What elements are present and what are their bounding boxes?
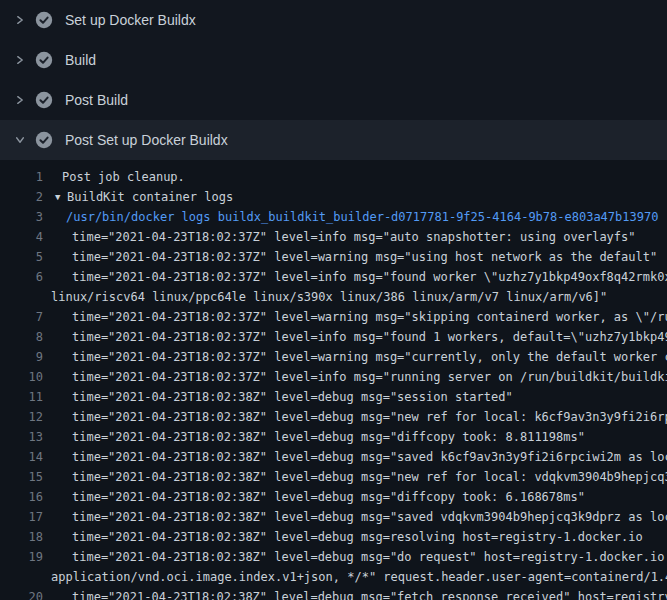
chevron-icon — [12, 52, 28, 68]
step-list: Set up Docker Buildx Build Post Buil — [0, 0, 667, 160]
line-content: time="2021-04-23T18:02:38Z" level=debug … — [43, 467, 667, 487]
line-content: time="2021-04-23T18:02:37Z" level=info m… — [43, 327, 667, 347]
chevron-icon — [12, 92, 28, 108]
log-line: 8 time="2021-04-23T18:02:37Z" level=info… — [0, 327, 667, 347]
log-text: time="2021-04-23T18:02:37Z" level=info m… — [72, 367, 667, 387]
step-row-set-up-docker-buildx[interactable]: Set up Docker Buildx — [0, 0, 667, 40]
line-number[interactable]: 9 — [0, 347, 43, 367]
line-number[interactable]: 6 — [0, 267, 43, 287]
log-text: time="2021-04-23T18:02:37Z" level=warnin… — [72, 347, 667, 367]
log-line: 1 Post job cleanup. — [0, 167, 667, 187]
line-content: time="2021-04-23T18:02:37Z" level=warnin… — [43, 307, 667, 327]
line-content: time="2021-04-23T18:02:38Z" level=debug … — [43, 587, 667, 600]
step-label: Set up Docker Buildx — [65, 12, 196, 28]
step-row-post-build[interactable]: Post Build — [0, 80, 667, 120]
line-content: application/vnd.oci.image.index.v1+json,… — [43, 567, 667, 587]
line-content: time="2021-04-23T18:02:38Z" level=debug … — [43, 487, 667, 507]
log-text: time="2021-04-23T18:02:38Z" level=debug … — [72, 587, 667, 600]
line-content: time="2021-04-23T18:02:37Z" level=warnin… — [43, 347, 667, 367]
line-number[interactable] — [0, 287, 43, 307]
log-line: 19 time="2021-04-23T18:02:38Z" level=deb… — [0, 547, 667, 567]
line-content: time="2021-04-23T18:02:38Z" level=debug … — [43, 387, 667, 407]
line-content: time="2021-04-23T18:02:38Z" level=debug … — [43, 527, 667, 547]
check-circle-icon — [35, 131, 53, 149]
line-number[interactable]: 11 — [0, 387, 43, 407]
log-line: 4 time="2021-04-23T18:02:37Z" level=info… — [0, 227, 667, 247]
log-line: 5 time="2021-04-23T18:02:37Z" level=warn… — [0, 247, 667, 267]
line-content: time="2021-04-23T18:02:37Z" level=info m… — [43, 367, 667, 387]
line-content: linux/riscv64 linux/ppc64le linux/s390x … — [43, 287, 667, 307]
log-line: 15 time="2021-04-23T18:02:38Z" level=deb… — [0, 467, 667, 487]
line-number[interactable]: 16 — [0, 487, 43, 507]
line-content: time="2021-04-23T18:02:38Z" level=debug … — [43, 427, 667, 447]
log-text: time="2021-04-23T18:02:38Z" level=debug … — [72, 427, 585, 447]
step-label: Build — [65, 52, 96, 68]
check-circle-icon — [35, 91, 53, 109]
log-line: 9 time="2021-04-23T18:02:37Z" level=warn… — [0, 347, 667, 367]
chevron-icon — [12, 132, 28, 148]
step-label: Post Set up Docker Buildx — [65, 132, 228, 148]
log-text: linux/riscv64 linux/ppc64le linux/s390x … — [51, 287, 607, 307]
line-content: time="2021-04-23T18:02:37Z" level=info m… — [43, 267, 667, 287]
log-text: Post job cleanup. — [62, 167, 185, 187]
log-line: 3 /usr/bin/docker logs buildx_buildkit_b… — [0, 207, 667, 227]
line-content: time="2021-04-23T18:02:38Z" level=debug … — [43, 407, 667, 427]
check-circle-icon — [35, 51, 53, 69]
group-toggle-icon[interactable]: ▼ — [55, 187, 67, 207]
log-line: application/vnd.oci.image.index.v1+json,… — [0, 567, 667, 587]
log-text: time="2021-04-23T18:02:38Z" level=debug … — [72, 487, 585, 507]
line-content: time="2021-04-23T18:02:38Z" level=debug … — [43, 447, 667, 467]
line-number[interactable]: 19 — [0, 547, 43, 567]
line-content: ▼ BuildKit container logs — [43, 187, 667, 207]
log-text: time="2021-04-23T18:02:38Z" level=debug … — [72, 547, 667, 567]
line-number[interactable]: 12 — [0, 407, 43, 427]
step-row-post-set-up-docker-buildx[interactable]: Post Set up Docker Buildx — [0, 120, 667, 160]
log-text: time="2021-04-23T18:02:38Z" level=debug … — [72, 407, 667, 427]
log-line: 16 time="2021-04-23T18:02:38Z" level=deb… — [0, 487, 667, 507]
line-number[interactable]: 3 — [0, 207, 43, 227]
log-line: 18 time="2021-04-23T18:02:38Z" level=deb… — [0, 527, 667, 547]
log-text: time="2021-04-23T18:02:38Z" level=debug … — [72, 447, 667, 467]
log-text: time="2021-04-23T18:02:38Z" level=debug … — [72, 507, 667, 527]
log-line: 7 time="2021-04-23T18:02:37Z" level=warn… — [0, 307, 667, 327]
log-line: 17 time="2021-04-23T18:02:38Z" level=deb… — [0, 507, 667, 527]
line-number[interactable]: 10 — [0, 367, 43, 387]
log-line: 14 time="2021-04-23T18:02:38Z" level=deb… — [0, 447, 667, 467]
log-line: 12 time="2021-04-23T18:02:38Z" level=deb… — [0, 407, 667, 427]
line-content: time="2021-04-23T18:02:37Z" level=warnin… — [43, 247, 667, 267]
line-content: time="2021-04-23T18:02:38Z" level=debug … — [43, 507, 667, 527]
line-number[interactable]: 7 — [0, 307, 43, 327]
line-number[interactable]: 14 — [0, 447, 43, 467]
line-number[interactable]: 8 — [0, 327, 43, 347]
line-number[interactable]: 20 — [0, 587, 43, 600]
step-label: Post Build — [65, 92, 128, 108]
log-line[interactable]: 2 ▼ BuildKit container logs — [0, 187, 667, 207]
line-number[interactable]: 2 — [0, 187, 43, 207]
line-number[interactable]: 4 — [0, 227, 43, 247]
line-number[interactable]: 18 — [0, 527, 43, 547]
log-text: application/vnd.oci.image.index.v1+json,… — [51, 567, 667, 587]
log-text: BuildKit container logs — [67, 187, 233, 207]
log-line: linux/riscv64 linux/ppc64le linux/s390x … — [0, 287, 667, 307]
line-number[interactable]: 5 — [0, 247, 43, 267]
log-text: time="2021-04-23T18:02:37Z" level=warnin… — [72, 307, 667, 327]
log-text: time="2021-04-23T18:02:38Z" level=debug … — [72, 387, 513, 407]
log-line: 13 time="2021-04-23T18:02:38Z" level=deb… — [0, 427, 667, 447]
line-number[interactable]: 13 — [0, 427, 43, 447]
log-line: 11 time="2021-04-23T18:02:38Z" level=deb… — [0, 387, 667, 407]
line-number[interactable] — [0, 567, 43, 587]
log-line: 20 time="2021-04-23T18:02:38Z" level=deb… — [0, 587, 667, 600]
step-row-build[interactable]: Build — [0, 40, 667, 80]
log-line: 10 time="2021-04-23T18:02:37Z" level=inf… — [0, 367, 667, 387]
log-text: time="2021-04-23T18:02:38Z" level=debug … — [72, 467, 667, 487]
line-number[interactable]: 17 — [0, 507, 43, 527]
line-number[interactable]: 15 — [0, 467, 43, 487]
line-content: /usr/bin/docker logs buildx_buildkit_bui… — [43, 207, 667, 227]
log-panel: 1 Post job cleanup. 2 ▼ BuildKit contain… — [0, 160, 667, 600]
line-content: time="2021-04-23T18:02:38Z" level=debug … — [43, 547, 667, 567]
log-text: time="2021-04-23T18:02:37Z" level=warnin… — [72, 247, 657, 267]
log-text: time="2021-04-23T18:02:37Z" level=info m… — [72, 267, 667, 287]
line-content: Post job cleanup. — [43, 167, 667, 187]
chevron-icon — [12, 12, 28, 28]
line-number[interactable]: 1 — [0, 167, 43, 187]
